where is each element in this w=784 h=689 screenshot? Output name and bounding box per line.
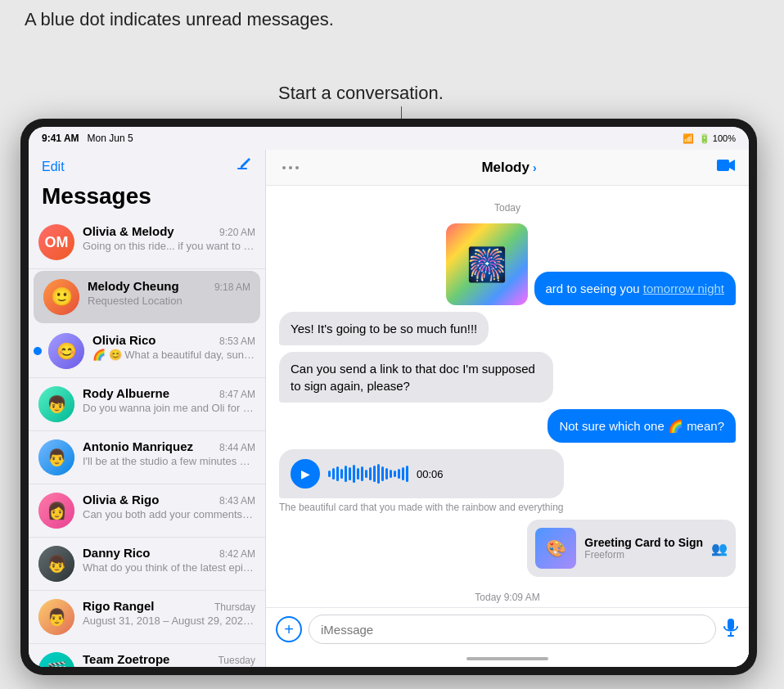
collab-icon: 👥 bbox=[711, 541, 728, 556]
greeting-card-bubble[interactable]: 🎨 Greeting Card to Sign Freeform 👥 bbox=[527, 520, 736, 577]
avatar-antonio: 👨 bbox=[38, 439, 74, 475]
conv-content: Olivia & Melody 9:20 AM Going on this ri… bbox=[83, 224, 255, 252]
audio-duration: 00:06 bbox=[417, 468, 444, 480]
conv-preview: Requested Location bbox=[88, 295, 250, 307]
firework-image: 🎆 bbox=[446, 223, 528, 305]
blue-dot-annotation: A blue dot indicates unread messages. bbox=[25, 8, 334, 32]
conv-name: Danny Rico bbox=[83, 546, 151, 560]
status-time: 9:41 AM bbox=[42, 133, 79, 144]
conv-time: 8:42 AM bbox=[219, 548, 255, 560]
conversation-list: OM Olivia & Melody 9:20 AM Going on this… bbox=[29, 216, 265, 667]
conversation-item-team-zoetrope[interactable]: 🎬 Team Zoetrope Tuesday Link: "Soapbox D… bbox=[29, 644, 265, 667]
conv-name: Olivia & Rigo bbox=[83, 493, 159, 507]
message-bubble-doc: Can you send a link to that doc I'm supp… bbox=[279, 352, 553, 403]
conv-name: Rigo Rangel bbox=[83, 599, 155, 613]
message-row-notsure: Not sure which one 🌈 mean? bbox=[279, 409, 736, 443]
avatar-danny: 👦 bbox=[38, 546, 74, 582]
add-attachment-button[interactable]: + bbox=[276, 616, 302, 642]
conv-preview: Do you wanna join me and Oli for 🥐 🧃 bre… bbox=[83, 402, 255, 414]
start-conversation-annotation: Start a conversation. bbox=[278, 82, 444, 106]
conv-top: Melody Cheung 9:18 AM bbox=[88, 279, 250, 293]
message-bubble-sent: ard to seeing you tomorrow night bbox=[534, 272, 736, 305]
conv-content: Antonio Manriquez 8:44 AM I'll be at the… bbox=[83, 439, 255, 467]
conv-name: Olivia & Melody bbox=[83, 224, 174, 238]
conv-time: 9:20 AM bbox=[219, 227, 255, 238]
conversation-item-melody-cheung[interactable]: 🙂 Melody Cheung 9:18 AM Requested Locati… bbox=[34, 271, 260, 323]
avatar-team: 🎬 bbox=[38, 652, 74, 667]
conv-name: Melody Cheung bbox=[88, 279, 179, 293]
avatar-olivia-melody: OM bbox=[38, 224, 74, 260]
avatar-rigo: 👨 bbox=[38, 599, 74, 635]
conversation-item-antonio[interactable]: 👨 Antonio Manriquez 8:44 AM I'll be at t… bbox=[29, 431, 265, 484]
conv-preview: August 31, 2018 – August 29, 2022 - 104 … bbox=[83, 615, 255, 627]
compose-button[interactable] bbox=[236, 156, 252, 177]
conv-content: Danny Rico 8:42 AM What do you think of … bbox=[83, 546, 255, 574]
microphone-button[interactable] bbox=[723, 618, 739, 642]
conv-name: Rody Albuerne bbox=[83, 386, 169, 400]
avatar-rody: 👦 bbox=[38, 386, 74, 422]
conversation-item-olivia-melody[interactable]: OM Olivia & Melody 9:20 AM Going on this… bbox=[29, 216, 265, 269]
chat-title[interactable]: Melody › bbox=[481, 160, 536, 176]
conv-content: Rody Albuerne 8:47 AM Do you wanna join … bbox=[83, 386, 255, 414]
conversation-item-olivia-rigo[interactable]: 👩 Olivia & Rigo 8:43 AM Can you both add… bbox=[29, 484, 265, 538]
sidebar-title: Messages bbox=[29, 182, 265, 216]
greeting-title: Greeting Card to Sign bbox=[584, 536, 703, 549]
sidebar: Edit Messages OM bbox=[29, 150, 266, 667]
audio-caption: The beautiful card that you made with th… bbox=[279, 502, 564, 513]
chat-panel: Melody › Today bbox=[266, 150, 749, 667]
svg-rect-1 bbox=[717, 160, 729, 171]
home-bar bbox=[466, 657, 548, 660]
conversation-item-danny[interactable]: 👦 Danny Rico 8:42 AM What do you think o… bbox=[29, 538, 265, 591]
ipad-frame: 9:41 AM Mon Jun 5 📶 🔋 100% Edit bbox=[20, 119, 757, 675]
wifi-icon: 📶 bbox=[683, 133, 694, 144]
conv-top: Team Zoetrope Tuesday bbox=[83, 652, 255, 666]
svg-rect-0 bbox=[237, 168, 247, 169]
conv-top: Rody Albuerne 8:47 AM bbox=[83, 386, 255, 400]
system-message: Today 9:09 AM ✈You started sharing locat… bbox=[279, 588, 736, 607]
conv-top: Antonio Manriquez 8:44 AM bbox=[83, 439, 255, 453]
edit-button[interactable]: Edit bbox=[42, 160, 65, 174]
conv-time: 8:43 AM bbox=[219, 495, 255, 507]
main-content: Edit Messages OM bbox=[29, 150, 749, 667]
chat-header: Melody › bbox=[266, 150, 749, 186]
message-row-doc: Can you send a link to that doc I'm supp… bbox=[279, 352, 736, 403]
greeting-thumb: 🎨 bbox=[535, 528, 576, 569]
conv-top: Olivia & Melody 9:20 AM bbox=[83, 224, 255, 238]
audio-bubble[interactable]: ▶ bbox=[279, 449, 564, 498]
menu-dot bbox=[282, 166, 286, 169]
conv-content: Melody Cheung 9:18 AM Requested Location bbox=[88, 279, 250, 307]
greeting-app: Freeform bbox=[584, 549, 703, 561]
chat-menu-dots[interactable] bbox=[279, 163, 302, 173]
conversation-item-rody[interactable]: 👦 Rody Albuerne 8:47 AM Do you wanna joi… bbox=[29, 378, 265, 431]
chat-input-bar: + bbox=[266, 607, 749, 651]
message-bubble-yes: Yes! It's going to be so much fun!!! bbox=[279, 312, 489, 345]
chat-messages: Today 🎆 ard to seeing you tomorrow night… bbox=[266, 186, 749, 607]
conversation-item-rigo[interactable]: 👨 Rigo Rangel Thursday August 31, 2018 –… bbox=[29, 591, 265, 644]
avatar-melody: 🙂 bbox=[43, 279, 79, 315]
battery-icon: 🔋 100% bbox=[699, 133, 736, 144]
message-input[interactable] bbox=[309, 615, 716, 644]
conv-time: Tuesday bbox=[218, 655, 255, 666]
conv-content: Rigo Rangel Thursday August 31, 2018 – A… bbox=[83, 599, 255, 627]
conv-preview: Going on this ride... if you want to com… bbox=[83, 240, 255, 252]
conv-content: Team Zoetrope Tuesday Link: "Soapbox Der… bbox=[83, 652, 255, 667]
unread-dot bbox=[34, 347, 42, 355]
status-date: Mon Jun 5 bbox=[88, 133, 133, 144]
play-button[interactable]: ▶ bbox=[291, 459, 320, 489]
date-label: Today bbox=[279, 202, 736, 214]
status-icons: 📶 🔋 100% bbox=[683, 133, 736, 144]
sidebar-header: Edit bbox=[29, 150, 265, 182]
svg-rect-5 bbox=[728, 619, 734, 630]
conv-name: Olivia Rico bbox=[92, 333, 156, 347]
menu-dot bbox=[289, 166, 292, 169]
avatar-olivia-rigo: 👩 bbox=[38, 493, 74, 529]
message-row-audio: ▶ bbox=[279, 449, 736, 513]
conv-top: Rigo Rangel Thursday bbox=[83, 599, 255, 613]
home-indicator bbox=[266, 651, 749, 667]
conv-preview: Can you both add your comments, please? bbox=[83, 508, 255, 520]
conv-name: Team Zoetrope bbox=[83, 652, 169, 666]
conversation-item-olivia-rico[interactable]: 😊 Olivia Rico 8:53 AM 🌈 😊 What a beautif… bbox=[29, 325, 265, 378]
conv-name: Antonio Manriquez bbox=[83, 439, 193, 453]
video-call-button[interactable] bbox=[716, 158, 736, 177]
conv-top: Danny Rico 8:42 AM bbox=[83, 546, 255, 560]
